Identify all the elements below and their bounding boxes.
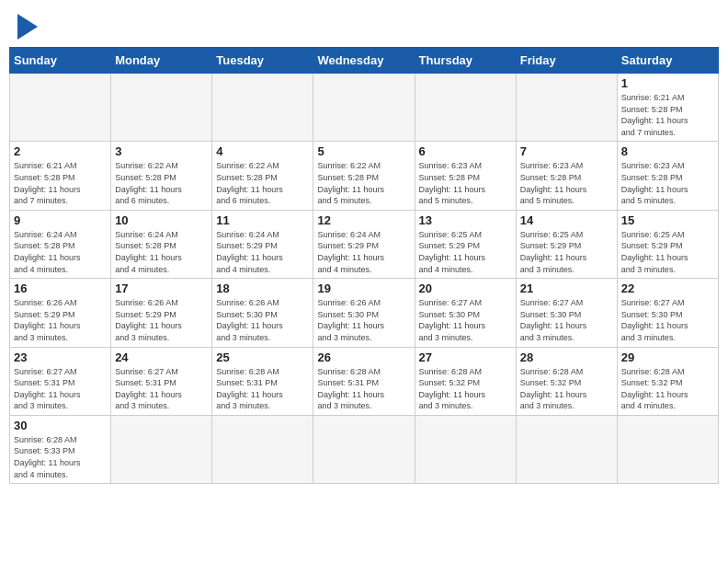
day-info: Sunrise: 6:22 AM Sunset: 5:28 PM Dayligh… xyxy=(216,160,309,206)
day-info: Sunrise: 6:28 AM Sunset: 5:32 PM Dayligh… xyxy=(520,366,613,412)
day-number: 22 xyxy=(621,282,714,295)
day-info: Sunrise: 6:27 AM Sunset: 5:30 PM Dayligh… xyxy=(520,297,613,343)
day-info: Sunrise: 6:27 AM Sunset: 5:31 PM Dayligh… xyxy=(14,366,107,412)
calendar-cell: 17Sunrise: 6:26 AM Sunset: 5:29 PM Dayli… xyxy=(111,279,212,347)
calendar-cell xyxy=(415,74,516,142)
logo-triangle-icon xyxy=(17,14,38,40)
calendar-cell xyxy=(516,74,617,142)
calendar-cell: 19Sunrise: 6:26 AM Sunset: 5:30 PM Dayli… xyxy=(313,279,415,347)
calendar-cell: 11Sunrise: 6:24 AM Sunset: 5:29 PM Dayli… xyxy=(212,210,313,278)
weekday-header-tuesday: Tuesday xyxy=(212,48,313,74)
day-number: 2 xyxy=(14,144,107,158)
calendar-cell xyxy=(313,415,415,483)
weekday-header-saturday: Saturday xyxy=(617,48,718,74)
calendar-cell: 28Sunrise: 6:28 AM Sunset: 5:32 PM Dayli… xyxy=(516,347,617,415)
calendar-cell: 26Sunrise: 6:28 AM Sunset: 5:31 PM Dayli… xyxy=(313,347,415,415)
day-number: 14 xyxy=(520,213,613,227)
day-info: Sunrise: 6:28 AM Sunset: 5:32 PM Dayligh… xyxy=(419,366,512,412)
calendar-cell: 3Sunrise: 6:22 AM Sunset: 5:28 PM Daylig… xyxy=(111,142,212,210)
calendar-cell: 4Sunrise: 6:22 AM Sunset: 5:28 PM Daylig… xyxy=(212,142,313,210)
calendar-cell: 1Sunrise: 6:21 AM Sunset: 5:28 PM Daylig… xyxy=(617,74,718,142)
weekday-header-sunday: Sunday xyxy=(10,48,111,74)
day-number: 10 xyxy=(115,213,208,227)
day-number: 13 xyxy=(419,213,512,227)
day-number: 8 xyxy=(621,144,714,158)
weekday-header-row: SundayMondayTuesdayWednesdayThursdayFrid… xyxy=(10,48,719,74)
calendar-cell: 16Sunrise: 6:26 AM Sunset: 5:29 PM Dayli… xyxy=(10,279,111,347)
day-number: 1 xyxy=(621,76,714,90)
day-info: Sunrise: 6:27 AM Sunset: 5:30 PM Dayligh… xyxy=(419,297,512,343)
day-info: Sunrise: 6:27 AM Sunset: 5:31 PM Dayligh… xyxy=(115,366,208,412)
day-number: 23 xyxy=(14,350,107,364)
day-info: Sunrise: 6:26 AM Sunset: 5:30 PM Dayligh… xyxy=(317,297,410,343)
calendar-cell xyxy=(415,415,516,483)
day-info: Sunrise: 6:23 AM Sunset: 5:28 PM Dayligh… xyxy=(520,160,613,206)
day-number: 6 xyxy=(419,144,512,158)
calendar-cell: 6Sunrise: 6:23 AM Sunset: 5:28 PM Daylig… xyxy=(415,142,516,210)
weekday-header-wednesday: Wednesday xyxy=(313,48,415,74)
calendar-cell: 14Sunrise: 6:25 AM Sunset: 5:29 PM Dayli… xyxy=(516,210,617,278)
day-number: 30 xyxy=(14,419,107,432)
calendar-cell: 15Sunrise: 6:25 AM Sunset: 5:29 PM Dayli… xyxy=(617,210,718,278)
day-number: 21 xyxy=(520,282,613,295)
day-info: Sunrise: 6:23 AM Sunset: 5:28 PM Dayligh… xyxy=(621,160,714,206)
weekday-header-thursday: Thursday xyxy=(415,48,516,74)
day-info: Sunrise: 6:24 AM Sunset: 5:29 PM Dayligh… xyxy=(216,229,309,275)
calendar-cell: 9Sunrise: 6:24 AM Sunset: 5:28 PM Daylig… xyxy=(10,210,111,278)
calendar-cell: 10Sunrise: 6:24 AM Sunset: 5:28 PM Dayli… xyxy=(111,210,212,278)
day-number: 19 xyxy=(317,282,410,295)
day-info: Sunrise: 6:28 AM Sunset: 5:31 PM Dayligh… xyxy=(216,366,309,412)
day-number: 15 xyxy=(621,213,714,227)
day-info: Sunrise: 6:24 AM Sunset: 5:29 PM Dayligh… xyxy=(317,229,410,275)
day-number: 24 xyxy=(115,350,208,364)
calendar-cell: 23Sunrise: 6:27 AM Sunset: 5:31 PM Dayli… xyxy=(10,347,111,415)
day-number: 27 xyxy=(419,350,512,364)
day-number: 20 xyxy=(419,282,512,295)
day-number: 29 xyxy=(621,350,714,364)
calendar-cell xyxy=(212,415,313,483)
day-info: Sunrise: 6:28 AM Sunset: 5:33 PM Dayligh… xyxy=(14,434,107,480)
day-info: Sunrise: 6:21 AM Sunset: 5:28 PM Dayligh… xyxy=(621,92,714,138)
day-info: Sunrise: 6:28 AM Sunset: 5:31 PM Dayligh… xyxy=(317,366,410,412)
day-info: Sunrise: 6:26 AM Sunset: 5:29 PM Dayligh… xyxy=(14,297,107,343)
day-info: Sunrise: 6:25 AM Sunset: 5:29 PM Dayligh… xyxy=(520,229,613,275)
day-info: Sunrise: 6:23 AM Sunset: 5:28 PM Dayligh… xyxy=(419,160,512,206)
week-row-5: 23Sunrise: 6:27 AM Sunset: 5:31 PM Dayli… xyxy=(10,347,719,415)
calendar-cell: 30Sunrise: 6:28 AM Sunset: 5:33 PM Dayli… xyxy=(10,415,111,483)
day-number: 18 xyxy=(216,282,309,295)
calendar-cell: 20Sunrise: 6:27 AM Sunset: 5:30 PM Dayli… xyxy=(415,279,516,347)
week-row-3: 9Sunrise: 6:24 AM Sunset: 5:28 PM Daylig… xyxy=(10,210,719,278)
day-info: Sunrise: 6:26 AM Sunset: 5:30 PM Dayligh… xyxy=(216,297,309,343)
day-info: Sunrise: 6:25 AM Sunset: 5:29 PM Dayligh… xyxy=(621,229,714,275)
day-number: 5 xyxy=(317,144,410,158)
day-info: Sunrise: 6:22 AM Sunset: 5:28 PM Dayligh… xyxy=(115,160,208,206)
day-number: 16 xyxy=(14,282,107,295)
weekday-header-monday: Monday xyxy=(111,48,212,74)
calendar-cell: 21Sunrise: 6:27 AM Sunset: 5:30 PM Dayli… xyxy=(516,279,617,347)
day-info: Sunrise: 6:26 AM Sunset: 5:29 PM Dayligh… xyxy=(115,297,208,343)
day-number: 4 xyxy=(216,144,309,158)
day-info: Sunrise: 6:28 AM Sunset: 5:32 PM Dayligh… xyxy=(621,366,714,412)
calendar-cell: 7Sunrise: 6:23 AM Sunset: 5:28 PM Daylig… xyxy=(516,142,617,210)
calendar-cell xyxy=(111,415,212,483)
logo xyxy=(14,14,38,40)
week-row-2: 2Sunrise: 6:21 AM Sunset: 5:28 PM Daylig… xyxy=(10,142,719,210)
calendar-cell xyxy=(212,74,313,142)
calendar-cell xyxy=(516,415,617,483)
day-info: Sunrise: 6:27 AM Sunset: 5:30 PM Dayligh… xyxy=(621,297,714,343)
calendar-cell xyxy=(111,74,212,142)
calendar-table: SundayMondayTuesdayWednesdayThursdayFrid… xyxy=(9,47,719,484)
day-number: 11 xyxy=(216,213,309,227)
day-number: 7 xyxy=(520,144,613,158)
day-info: Sunrise: 6:24 AM Sunset: 5:28 PM Dayligh… xyxy=(14,229,107,275)
day-number: 28 xyxy=(520,350,613,364)
calendar-cell: 24Sunrise: 6:27 AM Sunset: 5:31 PM Dayli… xyxy=(111,347,212,415)
day-info: Sunrise: 6:22 AM Sunset: 5:28 PM Dayligh… xyxy=(317,160,410,206)
day-info: Sunrise: 6:24 AM Sunset: 5:28 PM Dayligh… xyxy=(115,229,208,275)
day-number: 9 xyxy=(14,213,107,227)
calendar-cell: 2Sunrise: 6:21 AM Sunset: 5:28 PM Daylig… xyxy=(10,142,111,210)
calendar-cell xyxy=(10,74,111,142)
calendar-cell: 12Sunrise: 6:24 AM Sunset: 5:29 PM Dayli… xyxy=(313,210,415,278)
calendar-cell: 18Sunrise: 6:26 AM Sunset: 5:30 PM Dayli… xyxy=(212,279,313,347)
calendar-cell: 29Sunrise: 6:28 AM Sunset: 5:32 PM Dayli… xyxy=(617,347,718,415)
